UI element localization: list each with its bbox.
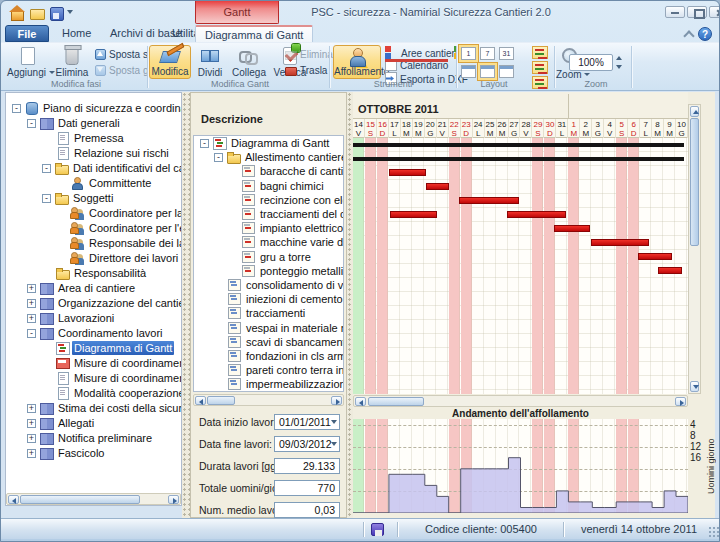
layout-week-icon[interactable]: 7 [480, 47, 495, 60]
tree-item[interactable]: -Dati generali [6, 116, 181, 131]
tree-item[interactable]: iniezioni di cemento ad alta ... [194, 292, 343, 307]
scroll-right-icon[interactable] [168, 495, 179, 504]
gantt-view3-icon[interactable] [532, 76, 548, 89]
gantt-task-bar[interactable] [638, 253, 673, 260]
tree-item[interactable]: bagni chimici [194, 179, 343, 194]
tree-item[interactable]: fondazioni in cls armato (1) [194, 349, 343, 364]
tree-item[interactable]: +Fascicolo [6, 446, 181, 461]
tree-item[interactable]: Misure di coordinamento [6, 356, 181, 371]
layout-month-icon[interactable]: 31 [499, 47, 514, 60]
totale-uomini-field[interactable]: 770 [274, 480, 340, 496]
tree-item[interactable]: -Piano di sicurezza e coordinamento [6, 101, 181, 116]
tab-diagramma-di-gantt[interactable]: Diagramma di Gantt [195, 25, 313, 42]
expander-icon[interactable]: + [27, 299, 36, 308]
app-home-icon[interactable] [9, 5, 25, 20]
expander-icon[interactable]: - [214, 153, 223, 162]
tree-item[interactable]: Relazione sui rischi [6, 146, 181, 161]
expander-icon[interactable]: - [12, 104, 21, 113]
quick-access-dropdown-icon[interactable] [67, 10, 73, 14]
expander-icon[interactable]: - [200, 139, 209, 148]
tree-item[interactable]: Coordinatore per la progettazione [6, 206, 181, 221]
gantt-task-bar[interactable] [658, 267, 682, 274]
modifica-button[interactable]: Modifica [149, 45, 191, 79]
open-file-icon[interactable] [29, 5, 45, 20]
scroll-down-icon[interactable] [690, 381, 699, 392]
zoom-spinner-icon[interactable] [615, 54, 624, 71]
calendario-button[interactable]: Calendario [385, 59, 448, 72]
gantt-summary-bar[interactable] [353, 143, 684, 147]
tree-item[interactable]: -Allestimento cantiere [194, 150, 343, 165]
tree-item[interactable]: Misure di coordinamento uso comune [6, 371, 181, 386]
tab-file[interactable]: File [5, 25, 49, 42]
dividi-button[interactable]: Dividi [193, 45, 227, 79]
gantt-view2-icon[interactable] [532, 61, 548, 74]
tab-home[interactable]: Home [53, 25, 100, 42]
gantt-view1-icon[interactable] [532, 46, 548, 59]
dropdown-icon[interactable] [331, 420, 337, 424]
gantt-task-bar[interactable] [554, 225, 590, 232]
expander-icon[interactable]: - [27, 329, 36, 338]
aree-cantiere-button[interactable]: Aree cantiere [385, 46, 460, 59]
layout-list3-icon[interactable] [499, 65, 514, 78]
durata-field[interactable]: 29.133 [274, 458, 340, 474]
tree-item[interactable]: macchine varie di cantiere [194, 235, 343, 250]
maximize-button[interactable] [687, 6, 707, 18]
gantt-task-bar[interactable] [390, 211, 437, 218]
dropdown-icon[interactable] [331, 442, 337, 446]
affollamento-button[interactable]: Affollamento [333, 45, 381, 79]
tree-item[interactable]: Premessa [6, 131, 181, 146]
expander-icon[interactable]: + [27, 404, 36, 413]
expander-icon[interactable]: + [27, 449, 36, 458]
expander-icon[interactable]: + [27, 419, 36, 428]
tree-item[interactable]: recinzione con elementi i... [194, 193, 343, 208]
tree-item[interactable]: Committente [6, 176, 181, 191]
gantt-horizontal-scrollbar[interactable] [353, 395, 688, 407]
scroll-left-icon[interactable] [8, 495, 19, 504]
tree-item[interactable]: Diagramma di Gantt [6, 341, 181, 356]
num-medio-field[interactable]: 0,03 [274, 502, 340, 518]
task-horizontal-scrollbar[interactable] [193, 394, 344, 406]
tree-item[interactable]: +Allegati [6, 416, 181, 431]
tree-item[interactable]: -Dati identificativi del cantiere [6, 161, 181, 176]
expander-icon[interactable]: - [42, 164, 51, 173]
gantt-chart[interactable] [353, 138, 688, 394]
tree-item[interactable]: consolidamento di volte in m... [194, 278, 343, 293]
tree-item[interactable]: Direttore dei lavori [6, 251, 181, 266]
expander-icon[interactable]: - [27, 119, 36, 128]
tree-item[interactable]: tracciamenti [194, 306, 343, 321]
expander-icon[interactable]: + [27, 434, 36, 443]
aggiungi-button[interactable]: Aggiungi [7, 45, 49, 79]
tree-item[interactable]: +Notifica preliminare [6, 431, 181, 446]
tree-item[interactable]: -Coordinamento lavori [6, 326, 181, 341]
tree-item[interactable]: Coordinatore per l'esecuzione [6, 221, 181, 236]
tree-item[interactable]: +Stima dei costi della sicurezza [6, 401, 181, 416]
gantt-task-bar[interactable] [591, 239, 648, 246]
tree-item[interactable]: vespai in materiale misto di ... [194, 321, 343, 336]
gantt-task-bar[interactable] [426, 183, 449, 190]
tree-item[interactable]: +Area di cantiere [6, 281, 181, 296]
tree-item[interactable]: -Soggetti [6, 191, 181, 206]
tree-item[interactable]: -Diagramma di Gantt [194, 136, 343, 151]
trasla-button[interactable]: Trasla [285, 64, 327, 77]
zoom-level-input[interactable]: 100% [569, 54, 613, 71]
expander-icon[interactable]: + [27, 284, 36, 293]
scroll-left-icon[interactable] [355, 397, 366, 406]
scroll-right-icon[interactable] [331, 396, 342, 405]
tree-item[interactable]: Responsabile dei lavori [6, 236, 181, 251]
gantt-task-bar[interactable] [507, 211, 566, 218]
tree-item[interactable]: Modalità cooperazione e coordinamen [6, 386, 181, 401]
tree-item[interactable]: baracche di cantiere [194, 164, 343, 179]
splitter-left[interactable] [182, 92, 190, 518]
tree-item[interactable]: impermeabilizzazione pareti ... [194, 377, 343, 392]
minimize-button[interactable] [665, 6, 685, 18]
resize-grip[interactable] [708, 526, 720, 538]
tree-item[interactable]: +Organizzazione del cantiere [6, 296, 181, 311]
tree-item[interactable]: Responsabilità [6, 266, 181, 281]
save-icon[interactable] [49, 5, 65, 20]
gantt-task-bar[interactable] [389, 169, 426, 176]
tree-item[interactable]: gru a torre [194, 250, 343, 265]
sposta-su-button[interactable]: Sposta su [95, 48, 153, 61]
gantt-summary-bar[interactable] [353, 157, 684, 161]
elimina-gantt-button[interactable]: Elimina [285, 48, 333, 61]
tree-item[interactable]: +Lavorazioni [6, 311, 181, 326]
